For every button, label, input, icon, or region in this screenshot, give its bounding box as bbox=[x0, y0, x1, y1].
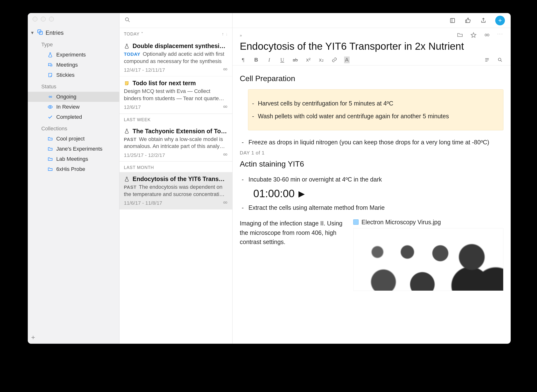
flask-icon bbox=[124, 43, 130, 49]
entry-list-item[interactable]: The Tachyonic Extension of To…PAST We ob… bbox=[120, 124, 232, 161]
link-button[interactable] bbox=[331, 56, 338, 63]
sidebar-item-janes-experiments[interactable]: Jane's Experiments bbox=[28, 144, 119, 154]
sidebar-item-6xhis-probe[interactable]: 6xHis Probe bbox=[28, 164, 119, 174]
entry-title: The Tachyonic Extension of To… bbox=[133, 128, 228, 135]
entry-list-item[interactable]: Double displacement synthesi…TODAY Optio… bbox=[120, 39, 232, 76]
underline-button[interactable]: U bbox=[279, 56, 286, 63]
svg-rect-4 bbox=[450, 18, 454, 22]
sidebar-item-experiments[interactable]: Experiments bbox=[28, 50, 119, 60]
entry-title: Double displacement synthesi… bbox=[133, 42, 228, 49]
new-entry-button[interactable]: + bbox=[495, 16, 505, 25]
favorite-star-icon[interactable] bbox=[470, 32, 477, 39]
share-icon[interactable] bbox=[480, 17, 487, 24]
sidebar-item-label: Lab Meetings bbox=[56, 156, 88, 162]
italic-button[interactable]: I bbox=[266, 56, 273, 63]
note-body[interactable]: Cell Preparation Harvest cells by centri… bbox=[233, 65, 511, 344]
status-infinity-icon[interactable] bbox=[484, 32, 490, 39]
entry-description: TODAY Optionally add acetic acid with fi… bbox=[124, 50, 228, 65]
search-bar[interactable] bbox=[120, 13, 232, 28]
add-collection-button[interactable]: + bbox=[31, 334, 35, 341]
sidebar-section-type: Type bbox=[28, 38, 119, 50]
paragraph-style-button[interactable]: ¶ bbox=[240, 56, 247, 63]
attachment-chip[interactable]: Electron Microscopy Virus.jpg bbox=[353, 219, 503, 226]
note-title[interactable]: Endocytosis of the YIT6 Transporter in 2… bbox=[233, 41, 511, 55]
strikethrough-button[interactable]: ab bbox=[292, 56, 299, 63]
image-file-icon bbox=[353, 219, 359, 225]
find-in-note-icon[interactable] bbox=[497, 56, 503, 63]
close-window-dot[interactable] bbox=[33, 17, 37, 21]
thumbs-up-icon[interactable] bbox=[464, 17, 472, 24]
list-filter-label[interactable]: TODAY bbox=[124, 32, 140, 37]
sort-toggle[interactable]: ↑ ↓ bbox=[222, 32, 228, 37]
chat-icon bbox=[47, 62, 53, 68]
section-heading: Cell Preparation bbox=[240, 74, 503, 83]
check-icon bbox=[47, 114, 53, 120]
sidebar-root-entries[interactable]: ▼ Entries bbox=[28, 28, 119, 38]
entry-title: Todo list for next term bbox=[133, 80, 228, 87]
highlight-button[interactable]: A bbox=[344, 56, 350, 63]
infinity-icon bbox=[47, 94, 53, 99]
sidebar-item-meetings[interactable]: Meetings bbox=[28, 60, 119, 70]
sidebar-item-label: Jane's Experiments bbox=[56, 146, 102, 152]
svg-point-2 bbox=[49, 106, 51, 108]
infinity-icon bbox=[223, 67, 228, 73]
callout-block: Harvest cells by centrifugation for 5 mi… bbox=[248, 89, 503, 130]
sidebar-section-status: Status bbox=[28, 80, 119, 92]
sidebar-section-collections: Collections bbox=[28, 122, 119, 134]
bullet-item: Wash pellets with cold water and centrif… bbox=[258, 112, 496, 121]
more-menu-icon[interactable]: ··· bbox=[497, 32, 503, 39]
bold-button[interactable]: B bbox=[253, 56, 260, 63]
sticky-icon bbox=[124, 81, 130, 86]
list-group-header: LAST WEEK bbox=[120, 114, 232, 124]
entry-list-pane: TODAY ˅ ↑ ↓ Double displacement synthesi… bbox=[120, 13, 233, 344]
infinity-icon bbox=[223, 104, 228, 111]
sidebar-item-in-review[interactable]: In Review bbox=[28, 102, 119, 112]
superscript-button[interactable]: x² bbox=[305, 56, 312, 63]
minimize-window-dot[interactable] bbox=[41, 17, 46, 21]
breadcrumb-expand-icon[interactable]: » bbox=[240, 33, 242, 38]
sidebar-item-label: Stickies bbox=[56, 72, 75, 78]
flask-icon bbox=[124, 176, 130, 182]
folder-icon bbox=[47, 167, 53, 172]
sidebar-item-completed[interactable]: Completed bbox=[28, 112, 119, 122]
entry-description: Design MCQ test with Eva — Collect binde… bbox=[124, 88, 228, 102]
sidebar-item-label: Completed bbox=[56, 114, 82, 120]
sticky-icon bbox=[47, 72, 53, 78]
entry-list-item[interactable]: Endocytosis of the YIT6 Trans…PAST The e… bbox=[120, 172, 232, 209]
eye-icon bbox=[47, 104, 53, 110]
bullet-item: Harvest cells by centrifugation for 5 mi… bbox=[258, 99, 496, 108]
svg-point-3 bbox=[125, 18, 128, 21]
infinity-icon bbox=[223, 200, 228, 206]
flask-icon bbox=[124, 128, 130, 134]
entry-list-item[interactable]: Todo list for next termDesign MCQ test w… bbox=[120, 76, 232, 113]
outline-icon[interactable] bbox=[484, 56, 490, 63]
sidebar: ▼ Entries Type Experiments bbox=[28, 13, 120, 344]
move-folder-icon[interactable] bbox=[457, 32, 463, 39]
arrow-down-icon: ↓ bbox=[226, 32, 228, 37]
entry-title: Endocytosis of the YIT6 Trans… bbox=[133, 175, 228, 182]
subscript-button[interactable]: x₂ bbox=[318, 56, 325, 63]
entries-icon bbox=[37, 29, 43, 37]
entry-date: 12/6/17 bbox=[124, 104, 141, 110]
sidebar-item-stickies[interactable]: Stickies bbox=[28, 70, 119, 80]
sidebar-item-label: 6xHis Probe bbox=[56, 166, 85, 172]
sidebar-item-lab-meetings[interactable]: Lab Meetings bbox=[28, 154, 119, 164]
play-icon[interactable]: ▶ bbox=[298, 189, 305, 198]
search-icon bbox=[124, 17, 131, 24]
zoom-window-dot[interactable] bbox=[49, 17, 54, 21]
sidebar-item-ongoing[interactable]: Ongoing bbox=[28, 92, 119, 102]
note-paragraph: Imaging of the infection stage II. Using… bbox=[240, 219, 346, 291]
entry-date: 11/25/17 - 12/2/17 bbox=[124, 152, 165, 158]
sidebar-item-label: In Review bbox=[56, 104, 80, 110]
timer-block[interactable]: 01:00:00 ▶ bbox=[253, 188, 503, 200]
chevron-down-icon[interactable]: ˅ bbox=[141, 31, 143, 37]
attachment-image-preview[interactable] bbox=[353, 228, 503, 291]
flask-icon bbox=[47, 52, 53, 57]
disclosure-triangle-icon[interactable]: ▼ bbox=[30, 30, 35, 35]
list-group-header: LAST MONTH bbox=[120, 161, 232, 172]
timer-value: 01:00:00 bbox=[253, 188, 295, 200]
sidebar-toggle-icon[interactable] bbox=[449, 17, 456, 24]
bullet-item: Freeze as drops in liquid nitrogen (you … bbox=[248, 138, 503, 147]
sidebar-item-cool-project[interactable]: Cool project bbox=[28, 134, 119, 144]
day-label: DAY 1 of 1 bbox=[240, 150, 503, 156]
